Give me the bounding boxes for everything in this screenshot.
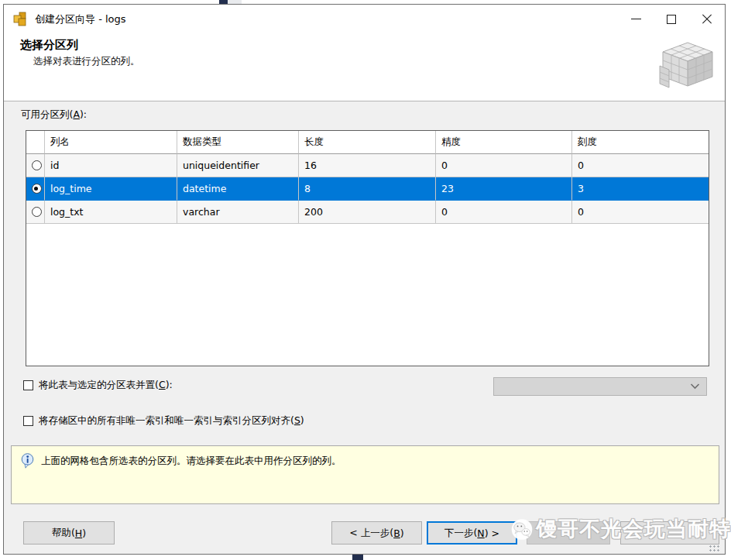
page-subtitle: 选择对表进行分区的列。 (33, 55, 140, 68)
column-header-length: 长度 (299, 131, 436, 154)
cell-scale: 3 (572, 177, 709, 201)
close-button[interactable] (689, 5, 725, 33)
table-row-id[interactable]: id uniqueidentifier 16 0 0 (26, 154, 709, 177)
wizard-window: 创建分区向导 - logs 选择分区列 选择对表进行分区的列。 (3, 4, 726, 555)
help-button[interactable]: 帮助(H) (23, 521, 115, 545)
cell-precision: 23 (436, 177, 572, 201)
column-header-precision: 精度 (436, 131, 572, 154)
title-bar: 创建分区向导 - logs (4, 5, 725, 33)
cell-name: log_txt (45, 201, 177, 224)
maximize-icon (667, 15, 676, 24)
grid-header-row: 列名 数据类型 长度 精度 刻度 (26, 131, 709, 154)
cell-length: 200 (299, 201, 436, 224)
next-button[interactable]: 下一步(N) > (427, 521, 517, 545)
maximize-button[interactable] (654, 5, 689, 33)
collocate-checkbox[interactable] (23, 380, 33, 390)
window-controls (618, 5, 725, 33)
watermark: 馒哥不光会玩当耐特 (511, 511, 731, 547)
partition-table-dropdown (493, 377, 707, 396)
cell-scale: 0 (572, 201, 709, 224)
align-indexes-checkbox[interactable] (23, 416, 33, 426)
close-icon (702, 14, 712, 25)
dialog-body: 可用分区列(A): 列名 数据类型 长度 精度 刻度 id uniqueiden… (4, 101, 725, 554)
collocate-option[interactable]: 将此表与选定的分区表并置(C): (23, 379, 173, 392)
info-box: 上面的网格包含所选表的分区列。请选择要在此表中用作分区列的列。 (11, 445, 719, 504)
cell-name: log_time (45, 177, 177, 201)
partition-columns-grid: 列名 数据类型 长度 精度 刻度 id uniqueidentifier 16 … (26, 130, 709, 366)
table-row-log-time-selected[interactable]: log_time datetime 8 23 3 (26, 177, 709, 201)
cell-datatype: varchar (177, 201, 299, 224)
cell-length: 16 (299, 154, 436, 177)
row-radio-unselected[interactable] (32, 207, 42, 217)
back-button[interactable]: < 上一步(B) (331, 521, 422, 545)
partitioned-cube-graphic (658, 41, 716, 94)
minimize-icon (631, 19, 641, 19)
column-header-name: 列名 (45, 131, 177, 154)
cell-datatype: uniqueidentifier (177, 154, 299, 177)
wizard-header: 选择分区列 选择对表进行分区的列。 (4, 33, 725, 101)
window-title: 创建分区向导 - logs (35, 5, 126, 33)
watermark-text: 馒哥不光会玩当耐特 (536, 515, 731, 543)
row-radio-selected[interactable] (32, 184, 42, 194)
cell-datatype: datetime (177, 177, 299, 201)
column-header-scale: 刻度 (572, 131, 709, 154)
cell-precision: 0 (436, 154, 572, 177)
collocate-label: 将此表与选定的分区表并置(C): (39, 379, 173, 392)
align-indexes-label: 将存储区中的所有非唯一索引和唯一索引与索引分区列对齐(S) (39, 414, 304, 428)
cell-scale: 0 (572, 154, 709, 177)
chevron-down-icon (690, 383, 700, 390)
app-icon (12, 12, 29, 26)
cell-length: 8 (299, 177, 436, 201)
grid-header-radio-cell (26, 131, 45, 154)
table-row-log-txt[interactable]: log_txt varchar 200 0 0 (26, 201, 709, 224)
info-text: 上面的网格包含所选表的分区列。请选择要在此表中用作分区列的列。 (41, 455, 341, 468)
row-radio-unselected[interactable] (32, 160, 42, 170)
cell-name: id (45, 154, 177, 177)
column-header-datatype: 数据类型 (177, 131, 299, 154)
cell-precision: 0 (436, 201, 572, 224)
page-title: 选择分区列 (20, 38, 78, 53)
bottom-edge-artifact-dark (352, 555, 363, 560)
grid-empty-area (26, 224, 709, 366)
align-indexes-option[interactable]: 将存储区中的所有非唯一索引和唯一索引与索引分区列对齐(S) (23, 414, 304, 428)
screenshot-canvas: 创建分区向导 - logs 选择分区列 选择对表进行分区的列。 (0, 0, 731, 560)
available-columns-label: 可用分区列(A): (21, 108, 87, 122)
wechat-icon (511, 514, 533, 545)
minimize-button[interactable] (618, 5, 654, 33)
info-icon (21, 453, 34, 469)
